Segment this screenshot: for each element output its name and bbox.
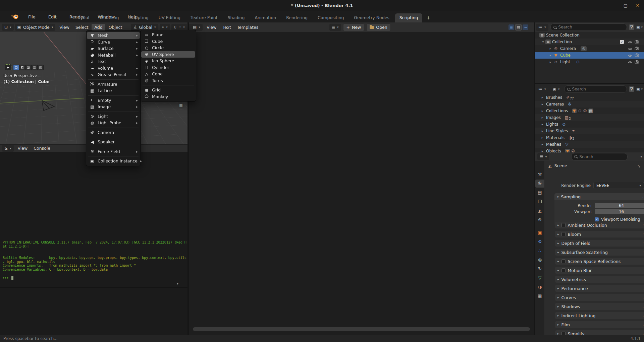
mesh-menu-item-cylinder[interactable]: ▯Cylinder xyxy=(141,64,196,71)
blend-row-objects[interactable]: ▸Objects▼✇ xyxy=(535,148,644,152)
display-mode-button[interactable]: ≔ ▾ xyxy=(536,86,548,93)
blend-row-lights[interactable]: ▸Lights⊙ xyxy=(535,121,644,128)
word-wrap-toggle-icon[interactable]: ▤ xyxy=(515,24,522,30)
text-menu-view[interactable]: View xyxy=(204,24,219,31)
viewport-menu-select[interactable]: Select xyxy=(73,24,91,31)
properties-tab-constraints[interactable]: ↻ xyxy=(535,265,544,273)
mode-selector[interactable]: ▣ Object Mode ▾ xyxy=(15,24,56,31)
add-menu-item-armature[interactable]: ЖArmature xyxy=(86,81,141,88)
add-menu-item-empty[interactable]: ∟Empty▸ xyxy=(86,97,141,104)
properties-tab-object[interactable]: ▣ xyxy=(535,229,544,237)
outliner-search-input[interactable]: Search xyxy=(550,23,627,31)
tab-scripting[interactable]: Scripting xyxy=(395,13,423,22)
add-menu-item-collection-instance[interactable]: ▣Collection Instance▸ xyxy=(86,158,141,164)
hide-eye-icon[interactable] xyxy=(628,47,632,52)
tab-shading[interactable]: Shading xyxy=(223,13,249,22)
tab-texture-paint[interactable]: Texture Paint xyxy=(186,13,222,22)
text-menu-text[interactable]: Text xyxy=(220,24,234,31)
properties-tab-object-data[interactable]: ▽ xyxy=(535,274,544,282)
tweak-tool-button[interactable]: ▶ xyxy=(5,64,11,70)
console-menu-console[interactable]: Console xyxy=(31,145,53,152)
blender-logo-icon[interactable] xyxy=(11,14,19,20)
text-editor-body[interactable] xyxy=(189,32,534,335)
tab-uv-editing[interactable]: UV Editing xyxy=(154,13,185,22)
chevron-right-icon[interactable]: ▸ xyxy=(540,143,545,146)
blend-row-meshes[interactable]: ▸Meshes▽ xyxy=(535,141,644,148)
properties-tab-render[interactable]: ✇ xyxy=(535,180,544,188)
properties-tab-world[interactable]: ⊛ xyxy=(535,216,544,224)
mesh-menu-item-plane[interactable]: ▭Plane xyxy=(141,31,196,38)
properties-tab-particles[interactable]: ∴ xyxy=(535,247,544,255)
mesh-menu-item-cone[interactable]: △Cone xyxy=(141,71,196,77)
tab-sculpting[interactable]: Sculpting xyxy=(124,13,153,22)
blend-filter-button[interactable]: ▣ ▾ xyxy=(636,87,643,91)
section-checkbox[interactable] xyxy=(561,223,566,227)
outliner-filter-button[interactable]: ▣ ▾ xyxy=(636,25,643,29)
select-set-icon[interactable]: ▢ xyxy=(13,65,19,70)
mesh-menu-item-grid[interactable]: ▦Grid xyxy=(141,87,196,93)
mesh-menu-item-uv-sphere[interactable]: ⊕UV Sphere xyxy=(141,51,195,58)
section-motion-blur[interactable]: ▸Motion Blur∷∷ xyxy=(555,267,644,274)
add-menu-item-light[interactable]: ⊙Light▸ xyxy=(86,113,141,120)
properties-tab-physics[interactable]: ◎ xyxy=(535,256,544,264)
text-datablock-selector[interactable]: ≣ ▾ xyxy=(329,24,341,31)
chevron-right-icon[interactable]: ▸ xyxy=(540,129,545,133)
section-performance[interactable]: ▸Performance∷∷ xyxy=(555,285,644,292)
section-volumetrics[interactable]: ▸Volumetrics∷∷ xyxy=(555,276,644,283)
section-subsurface-scattering[interactable]: ▸Subsurface Scattering∷∷ xyxy=(555,249,644,256)
disable-render-icon[interactable] xyxy=(635,40,639,45)
section-checkbox[interactable] xyxy=(561,268,566,272)
add-menu-item-force-field[interactable]: ≋Force Field▸ xyxy=(86,148,141,155)
chevron-right-icon[interactable]: ▸ xyxy=(540,96,545,99)
editor-type-3d-button[interactable]: ⊡ ▾ xyxy=(2,24,14,31)
outliner-row-light[interactable]: ▸⊙Light⊙ xyxy=(535,59,644,65)
disable-render-icon[interactable] xyxy=(635,53,639,58)
tab-compositing[interactable]: Compositing xyxy=(313,13,348,22)
outliner-row-scene-collection[interactable]: ▤Scene Collection xyxy=(535,32,644,39)
chevron-right-icon[interactable]: ▸ xyxy=(548,47,553,50)
mesh-menu-item-circle[interactable]: ○Circle xyxy=(141,45,196,51)
minimize-icon[interactable]: – xyxy=(610,2,617,9)
add-menu-item-camera[interactable]: ✇Camera xyxy=(86,129,141,136)
add-menu-item-image[interactable]: ▨Image▸ xyxy=(86,104,141,110)
chevron-right-icon[interactable]: ▸ xyxy=(540,136,545,139)
menu-edit[interactable]: Edit xyxy=(46,13,59,20)
add-menu-item-lattice[interactable]: ▦Lattice xyxy=(86,87,141,94)
select-extend-icon[interactable]: ◩ xyxy=(19,65,25,70)
section-checkbox[interactable] xyxy=(561,259,566,263)
tab-animation[interactable]: Animation xyxy=(250,13,280,22)
section-shadows[interactable]: ▸Shadows∷∷ xyxy=(555,303,644,310)
editor-type-console-button[interactable]: ≥ ▾ xyxy=(2,145,14,152)
select-invert-icon[interactable]: ◫ xyxy=(32,65,37,70)
mesh-menu-item-monkey[interactable]: ☺Monkey xyxy=(141,93,196,100)
chevron-down-icon[interactable]: ▾ xyxy=(541,40,545,44)
mesh-menu-item-ico-sphere[interactable]: ◈Ico Sphere xyxy=(141,58,196,64)
render-samples-field[interactable]: 64 xyxy=(595,203,644,208)
properties-tab-texture[interactable]: ▦ xyxy=(535,292,544,300)
section-bloom[interactable]: ▸Bloom∷∷ xyxy=(555,231,644,237)
chevron-right-icon[interactable]: ▸ xyxy=(548,60,553,64)
text-menu-templates[interactable]: Templates xyxy=(234,24,261,31)
render-engine-dropdown[interactable]: EEVEE ▾ xyxy=(593,182,644,189)
hide-eye-icon[interactable] xyxy=(628,40,632,45)
tab-geometry-nodes[interactable]: Geometry Nodes xyxy=(350,13,393,22)
blend-row-brushes[interactable]: ▸Brushes✐77 xyxy=(535,94,644,101)
properties-tab-output[interactable]: ▤ xyxy=(535,189,544,197)
add-menu-item-grease-pencil[interactable]: ∿Grease Pencil▸ xyxy=(86,71,141,78)
exclude-checkbox[interactable]: ✓ xyxy=(620,40,624,44)
sampling-panel-header[interactable]: ▾ Sampling ∷∷ xyxy=(554,193,644,200)
add-menu-item-metaball[interactable]: ◕Metaball▸ xyxy=(86,52,141,59)
properties-tab-tool[interactable]: ⚒ xyxy=(535,170,544,179)
section-simplify[interactable]: ▸Simplify∷∷ xyxy=(555,330,644,335)
outliner-row-collection[interactable]: ▾▤Collection✓ xyxy=(535,39,644,45)
add-menu-item-text[interactable]: aText xyxy=(86,58,141,65)
blend-row-collections[interactable]: ▸Collections▼⊙✇▤ xyxy=(535,108,644,114)
section-ambient-occlusion[interactable]: ▸Ambient Occlusion∷∷ xyxy=(555,222,644,228)
python-console[interactable]: PYTHON INTERACTIVE CONSOLE 3.11.7 (main,… xyxy=(0,152,187,335)
tab-rendering[interactable]: Rendering xyxy=(282,13,312,22)
tab-layout[interactable]: Layout xyxy=(71,13,94,22)
outliner-row-camera[interactable]: ▸✇Camera✇ xyxy=(535,45,644,52)
add-menu-item-light-probe[interactable]: ◍Light Probe▸ xyxy=(86,120,141,126)
add-menu-item-volume[interactable]: ☁Volume▸ xyxy=(86,65,141,72)
hide-eye-icon[interactable] xyxy=(628,54,632,58)
